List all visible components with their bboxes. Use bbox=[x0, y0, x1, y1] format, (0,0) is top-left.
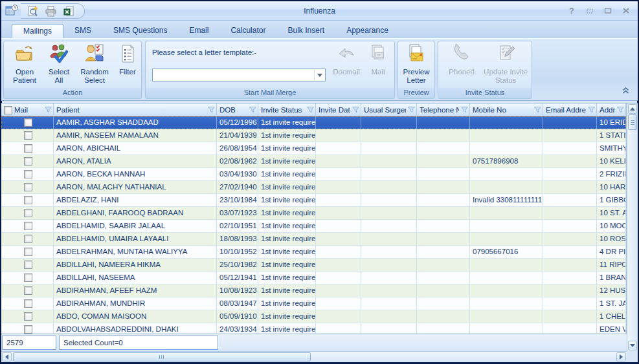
tab-calculator[interactable]: Calculator bbox=[219, 24, 276, 38]
maximize-button[interactable] bbox=[603, 6, 613, 15]
cell-dob[interactable]: 02/10/1951 bbox=[217, 220, 258, 232]
cell-address[interactable]: 1 CHELY bbox=[597, 310, 626, 323]
tab-email[interactable]: Email bbox=[178, 24, 219, 38]
cell-usual_surgery[interactable] bbox=[361, 297, 417, 310]
cell-usual_surgery[interactable] bbox=[361, 142, 417, 155]
cell-dob[interactable]: 02/08/1962 bbox=[217, 155, 258, 167]
cell-invite_date[interactable] bbox=[316, 323, 361, 334]
cell-usual_surgery[interactable] bbox=[361, 246, 417, 258]
cell-mobile_no[interactable] bbox=[470, 259, 543, 271]
cell-email_address[interactable] bbox=[543, 233, 597, 245]
row-mail-checkbox[interactable] bbox=[24, 196, 32, 204]
cell-address[interactable]: 12 HUS bbox=[597, 284, 626, 297]
cell-invite_date[interactable] bbox=[316, 207, 361, 219]
filter-funnel-icon[interactable] bbox=[588, 107, 595, 113]
cell-usual_surgery[interactable] bbox=[361, 129, 417, 142]
filter-funnel-icon[interactable] bbox=[249, 107, 256, 113]
cell-mail[interactable] bbox=[1, 194, 54, 206]
filter-funnel-icon[interactable] bbox=[45, 107, 52, 113]
cell-invite_status[interactable]: 1st invite required bbox=[258, 168, 316, 180]
cell-patient[interactable]: AARON, BECKA HANNAH bbox=[54, 168, 217, 180]
grid-row[interactable]: ABDILLAHI, NAMEERA HIKMA25/10/19821st in… bbox=[1, 259, 626, 272]
cell-telephone_no[interactable] bbox=[417, 181, 470, 193]
cell-dob[interactable]: 10/08/1923 bbox=[217, 284, 258, 297]
column-header-email_address[interactable]: Email Address bbox=[543, 103, 597, 116]
filter-funnel-icon[interactable] bbox=[461, 107, 468, 113]
cell-mobile_no[interactable]: 07517896908 bbox=[470, 155, 543, 167]
cell-telephone_no[interactable] bbox=[417, 323, 470, 334]
grid-row[interactable]: ABDELGHANI, FAAROOQ BADRAAN03/07/19231st… bbox=[1, 207, 626, 220]
row-mail-checkbox[interactable] bbox=[24, 299, 32, 308]
scroll-left-icon[interactable] bbox=[2, 352, 12, 361]
cell-email_address[interactable] bbox=[543, 297, 597, 310]
combobox-dropdown-icon[interactable] bbox=[314, 69, 325, 81]
cell-mail[interactable] bbox=[1, 233, 54, 245]
cell-telephone_no[interactable] bbox=[417, 220, 470, 232]
scroll-down-icon[interactable] bbox=[628, 341, 637, 350]
cell-address[interactable]: 10 KELL bbox=[597, 155, 626, 167]
select-all-checkbox[interactable] bbox=[4, 106, 12, 114]
cell-dob[interactable]: 05/09/1910 bbox=[217, 310, 258, 323]
cell-usual_surgery[interactable] bbox=[361, 284, 417, 297]
cell-invite_date[interactable] bbox=[316, 297, 361, 310]
cell-email_address[interactable] bbox=[543, 272, 597, 284]
cell-usual_surgery[interactable] bbox=[361, 168, 417, 180]
cell-invite_date[interactable] bbox=[316, 155, 361, 167]
random-select-button[interactable]: Random Select bbox=[75, 43, 114, 87]
tab-mailings[interactable]: Mailings bbox=[12, 24, 63, 38]
cell-patient[interactable]: ABDIRAHMAN, AFEEF HAZM bbox=[54, 284, 217, 297]
cell-address[interactable]: 10 ERID bbox=[597, 116, 626, 129]
row-mail-checkbox[interactable] bbox=[24, 209, 32, 217]
cell-email_address[interactable] bbox=[543, 207, 597, 219]
cell-invite_date[interactable] bbox=[316, 194, 361, 206]
cell-telephone_no[interactable] bbox=[417, 246, 470, 258]
cell-telephone_no[interactable] bbox=[417, 259, 470, 271]
cell-mail[interactable] bbox=[1, 220, 54, 232]
open-patient-button[interactable]: Open Patient bbox=[6, 43, 43, 87]
cell-invite_status[interactable]: 1st invite required bbox=[258, 181, 316, 193]
cell-mobile_no[interactable] bbox=[470, 207, 543, 219]
column-header-mobile_no[interactable]: Mobile No bbox=[470, 103, 543, 116]
cell-telephone_no[interactable] bbox=[417, 129, 470, 142]
cell-email_address[interactable] bbox=[543, 181, 597, 193]
grid-row[interactable]: AAMIR, NASEEM RAMALAAN21/04/19391st invi… bbox=[1, 129, 626, 142]
cell-invite_status[interactable]: 1st invite required bbox=[258, 246, 316, 258]
grid-row[interactable]: AARON, ATALIA02/08/19621st invite requir… bbox=[1, 155, 626, 168]
tab-appearance[interactable]: Appearance bbox=[335, 24, 399, 38]
cell-address[interactable]: 11 RIPO bbox=[597, 259, 626, 271]
cell-address[interactable]: 2 FRIZIN bbox=[597, 168, 626, 180]
cell-mail[interactable] bbox=[1, 310, 54, 323]
cell-email_address[interactable] bbox=[543, 246, 597, 258]
cell-email_address[interactable] bbox=[543, 220, 597, 232]
cell-dob[interactable]: 08/03/1947 bbox=[217, 297, 258, 310]
row-mail-checkbox[interactable] bbox=[24, 144, 32, 153]
cell-mobile_no[interactable] bbox=[470, 310, 543, 323]
cell-email_address[interactable] bbox=[543, 284, 597, 297]
cell-telephone_no[interactable] bbox=[417, 297, 470, 310]
grid-row[interactable]: AARON, BECKA HANNAH03/04/19301st invite … bbox=[1, 168, 626, 181]
cell-mail[interactable] bbox=[1, 246, 54, 258]
docmail-button[interactable]: Docmail bbox=[330, 43, 363, 87]
help-button[interactable]: ? bbox=[566, 6, 577, 15]
grid-row[interactable]: AARON, MALACHY NATHANIAL27/02/19401st in… bbox=[1, 181, 626, 194]
cell-mail[interactable] bbox=[1, 129, 54, 142]
column-header-invite_status[interactable]: Invite Status bbox=[258, 103, 316, 116]
cell-invite_date[interactable] bbox=[316, 284, 361, 297]
scroll-up-icon[interactable] bbox=[628, 104, 637, 114]
cell-telephone_no[interactable] bbox=[417, 116, 470, 129]
grid-row[interactable]: ABDO, COMAN MAISOON05/09/19101st invite … bbox=[1, 310, 626, 323]
cell-email_address[interactable] bbox=[543, 129, 597, 142]
cell-patient[interactable]: ABDOLVAHABSADREDDINI, DHAKI bbox=[54, 323, 217, 334]
cell-mobile_no[interactable] bbox=[470, 116, 543, 129]
cell-email_address[interactable] bbox=[543, 194, 597, 206]
cell-telephone_no[interactable] bbox=[417, 155, 470, 167]
cell-patient[interactable]: ABDELHAMID, SAABIR JALAAL bbox=[54, 220, 217, 232]
cell-mobile_no[interactable] bbox=[470, 181, 543, 193]
column-header-mail[interactable]: Mail bbox=[1, 103, 54, 116]
grid-row[interactable]: ABDIRAHMAN, AFEEF HAZM10/08/19231st invi… bbox=[1, 284, 626, 297]
cell-mobile_no[interactable] bbox=[470, 297, 543, 310]
cell-mail[interactable] bbox=[1, 155, 54, 167]
cell-patient[interactable]: ABDELRAHMAN, MUNTAHA WALIYYA bbox=[54, 246, 217, 258]
cell-invite_status[interactable]: 1st invite required bbox=[258, 272, 316, 284]
cell-usual_surgery[interactable] bbox=[361, 233, 417, 245]
